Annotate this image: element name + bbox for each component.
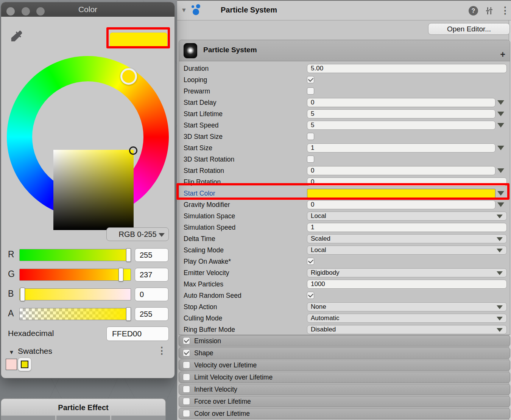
color-mode-dropdown[interactable]: RGB 0-255 [106, 227, 169, 241]
channel-slider-thumb[interactable] [118, 268, 123, 282]
particle-thumbnail-icon [184, 43, 197, 58]
channel-slider-thumb[interactable] [126, 248, 131, 262]
channel-value-input[interactable]: 255 [135, 248, 168, 262]
channel-slider-track[interactable] [19, 249, 131, 261]
hex-input[interactable]: FFED00 [106, 327, 169, 341]
swatch-pink[interactable] [6, 359, 17, 370]
color-slider-row-a: A255 [1, 307, 175, 321]
chevron-down-icon [497, 215, 503, 218]
module-checkbox-shape[interactable] [183, 349, 190, 356]
checkbox-looping[interactable] [307, 76, 314, 83]
dropdown-emitter-velocity[interactable]: Rigidbody [307, 268, 507, 277]
saturation-value-square[interactable] [53, 150, 134, 230]
add-icon[interactable]: + [500, 50, 505, 60]
module-header-velocity-over-lifetime[interactable]: Velocity over Lifetime [179, 359, 510, 371]
particle-effect-panel: Particle Effect [1, 398, 166, 420]
particle-effect-button[interactable] [111, 415, 165, 420]
property-control: Disabled [307, 325, 507, 334]
property-label: Start Size [184, 144, 212, 152]
more-menu-icon[interactable]: ⋮ [500, 5, 510, 16]
channel-slider-track[interactable] [19, 308, 131, 320]
property-label: Simulation Space [184, 212, 235, 220]
value-field[interactable]: 5.00 [307, 64, 507, 73]
module-header-shape[interactable]: Shape [179, 347, 510, 359]
swatches-menu-icon[interactable]: ⋮ [157, 345, 167, 356]
module-checkbox-inherit-velocity[interactable] [183, 386, 190, 393]
help-icon[interactable]: ? [469, 6, 478, 16]
checkbox-prewarm[interactable] [307, 87, 314, 95]
value-mode-arrow-icon[interactable] [497, 146, 504, 150]
value-field[interactable]: 0 [307, 166, 495, 175]
module-header-force-over-lifetime[interactable]: Force over Lifetime [179, 396, 510, 407]
module-header-inherit-velocity[interactable]: Inherit Velocity [179, 384, 510, 395]
checkbox-3d-start-size[interactable] [307, 133, 314, 140]
module-checkbox-force-over-lifetime[interactable] [183, 398, 190, 405]
channel-value-input[interactable]: 0 [135, 288, 168, 301]
dropdown-scaling-mode[interactable]: Local [307, 246, 507, 255]
main-module-header[interactable]: Particle System + [179, 40, 510, 61]
hue-selector-handle[interactable] [120, 68, 137, 85]
module-checkbox-limit-velocity-over-lifetime[interactable] [183, 373, 190, 381]
channel-slider-thumb[interactable] [20, 288, 25, 301]
module-checkbox-emission[interactable] [183, 337, 190, 344]
dropdown-ring-buffer-mode[interactable]: Disabled [307, 325, 507, 334]
property-row-start-lifetime: Start Lifetime5 [179, 108, 510, 120]
hue-wheel[interactable] [7, 56, 169, 218]
module-label: Color over Lifetime [194, 410, 250, 418]
channel-slider-track[interactable] [19, 288, 131, 300]
eyedropper-icon[interactable] [9, 29, 24, 43]
checkbox-auto-random-seed[interactable] [307, 292, 314, 299]
property-label: Start Speed [184, 121, 218, 129]
foldout-arrow-icon[interactable]: ▼ [181, 7, 187, 14]
value-mode-arrow-icon[interactable] [497, 100, 504, 105]
property-control [307, 155, 507, 164]
property-label: Gravity Modifier [184, 201, 230, 209]
value-field[interactable]: 0 [307, 98, 495, 107]
dropdown-simulation-space[interactable]: Local [307, 212, 507, 221]
value-mode-arrow-icon[interactable] [497, 202, 504, 207]
value-field[interactable]: 5 [307, 121, 495, 130]
property-row-start-rotation: Start Rotation0 [179, 165, 510, 176]
property-label: Start Delay [184, 99, 217, 107]
saturation-value-handle[interactable] [129, 146, 137, 155]
particle-effect-title: Particle Effect [1, 403, 165, 412]
module-checkbox-color-over-lifetime[interactable] [183, 410, 190, 417]
value-mode-arrow-icon[interactable] [497, 168, 504, 173]
module-checkbox-velocity-over-lifetime[interactable] [183, 361, 190, 369]
particle-effect-button[interactable] [1, 415, 55, 420]
swatch-selected-frame[interactable] [18, 358, 31, 371]
color-window-titlebar[interactable]: Color [1, 2, 174, 17]
chevron-down-icon [497, 317, 503, 320]
dropdown-value: Rigidbody [311, 269, 340, 276]
checkbox-3d-start-rotation[interactable] [307, 156, 314, 163]
presets-icon[interactable] [485, 6, 494, 16]
module-header-color-over-lifetime[interactable]: Color over Lifetime [179, 408, 510, 419]
swatches-disclosure-icon[interactable]: ▼ [9, 349, 14, 355]
property-control: 0 [307, 200, 507, 209]
open-editor-button[interactable]: Open Editor... [428, 23, 510, 35]
dropdown-value: Scaled [311, 235, 330, 242]
value-field[interactable]: 1 [307, 223, 507, 232]
dropdown-stop-action[interactable]: None [307, 302, 507, 311]
value-mode-arrow-icon[interactable] [497, 112, 504, 116]
value-mode-arrow-icon[interactable] [497, 123, 504, 128]
value-field[interactable]: 1000 [307, 280, 507, 289]
particle-effect-button[interactable] [56, 415, 111, 420]
property-control [307, 75, 507, 84]
swatch-yellow[interactable] [21, 361, 28, 368]
channel-value-input[interactable]: 237 [135, 268, 168, 282]
value-field[interactable]: 0 [307, 200, 495, 209]
checkbox-play-on-awake[interactable] [307, 258, 314, 265]
module-header-limit-velocity-over-lifetime[interactable]: Limit Velocity over Lifetime [179, 372, 510, 383]
dropdown-delta-time[interactable]: Scaled [307, 234, 507, 243]
channel-slider-thumb[interactable] [126, 307, 131, 321]
property-control [307, 87, 507, 96]
module-list: EmissionShapeVelocity over LifetimeLimit… [179, 335, 510, 420]
module-header-emission[interactable]: Emission [179, 335, 510, 347]
dropdown-culling-mode[interactable]: Automatic [307, 314, 507, 323]
property-control: 1 [307, 143, 507, 152]
value-field[interactable]: 5 [307, 109, 495, 118]
channel-slider-track[interactable] [19, 269, 131, 281]
value-field[interactable]: 1 [307, 143, 495, 152]
channel-value-input[interactable]: 255 [135, 307, 168, 321]
